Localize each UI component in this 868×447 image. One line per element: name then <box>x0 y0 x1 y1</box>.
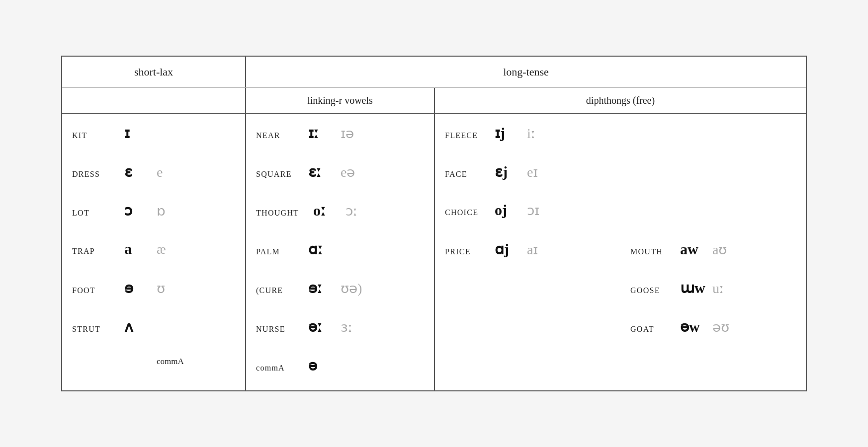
list-item: STRUT ʌ <box>72 318 240 342</box>
list-item: FOOT ɘ ʊ <box>72 279 240 303</box>
header-row-2: linking-r vowels diphthongs (free) <box>62 88 806 114</box>
list-item: DRESS ɛ e <box>72 163 240 187</box>
list-item: FLEECE ɪj iː <box>445 124 801 148</box>
list-item: PALM ɑː <box>256 240 429 264</box>
list-item: commA <box>72 357 240 380</box>
col-diphthongs: FLEECE ɪj iː FACE ɛj eɪ CHOICE o <box>435 114 806 390</box>
list-item <box>445 357 801 380</box>
header-long-tense: long-tense <box>246 57 806 87</box>
list-item: SQUARE ɛː eə <box>256 163 429 187</box>
list-item: THOUGHT oː ɔː <box>256 202 429 225</box>
list-item: NEAR ɪː ɪə <box>256 124 429 148</box>
list-item: FACE ɛj eɪ <box>445 163 801 187</box>
list-item: commA ə <box>256 357 429 380</box>
phonetics-table: short-lax long-tense linking-r vowels di… <box>61 56 807 391</box>
header-short-lax: short-lax <box>62 57 246 87</box>
list-item: NURSE əː ɜː <box>256 318 429 342</box>
list-item: GOAT əw əʊ <box>445 318 801 342</box>
header-row-1: short-lax long-tense <box>62 57 806 88</box>
list-item: CHOICE oj ɔɪ <box>445 202 801 225</box>
list-item: (CURE ɘː ʊə) <box>256 279 429 303</box>
col-short-lax: KIT ɪ DRESS ɛ e LOT ɔ ɒ TRAP a æ FOOT ɘ <box>62 114 246 390</box>
header-empty <box>62 88 246 113</box>
list-item: GOOSE ɯw uː <box>445 279 801 303</box>
header-diphthongs: diphthongs (free) <box>435 88 806 113</box>
list-item: TRAP a æ <box>72 240 240 264</box>
list-item: KIT ɪ <box>72 124 240 148</box>
col-linking-r: NEAR ɪː ɪə SQUARE ɛː eə THOUGHT oː ɔː PA… <box>246 114 435 390</box>
list-item: LOT ɔ ɒ <box>72 202 240 225</box>
list-item: PRICE ɑj aɪ MOUTH aw aʊ <box>445 240 801 264</box>
body-area: KIT ɪ DRESS ɛ e LOT ɔ ɒ TRAP a æ FOOT ɘ <box>62 114 806 390</box>
header-linking-r: linking-r vowels <box>246 88 435 113</box>
